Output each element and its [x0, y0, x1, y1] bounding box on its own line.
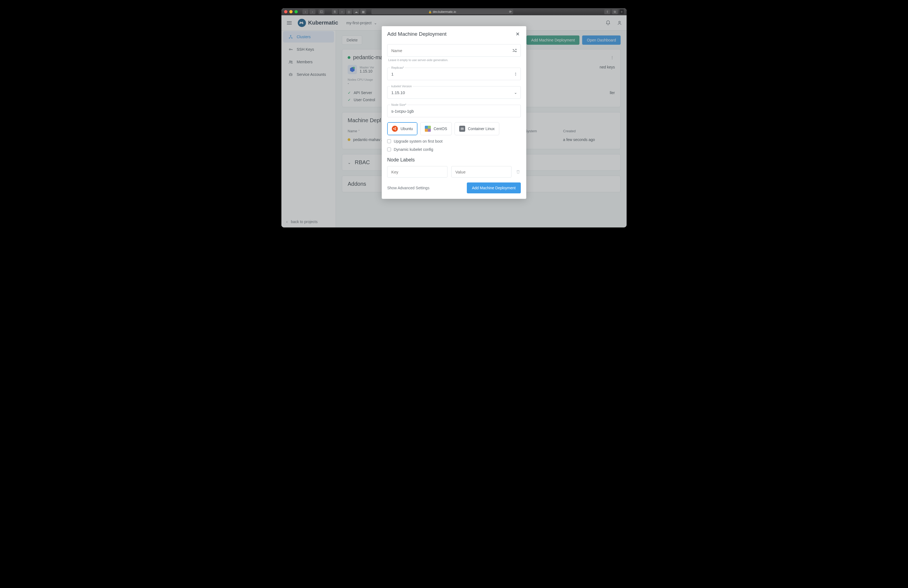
nav-back-button[interactable]: ‹ — [303, 9, 308, 14]
tabs-icon[interactable]: ⧉ — [612, 9, 618, 14]
url-bar[interactable]: 🔒 dev.kubermatic.io ⟳ — [371, 9, 513, 14]
svg-rect-21 — [463, 128, 463, 129]
label-value-field[interactable] — [451, 166, 512, 177]
svg-point-16 — [395, 127, 396, 128]
svg-rect-19 — [461, 128, 462, 129]
ext-icon-4[interactable]: ☁ — [353, 9, 359, 14]
minimize-window-icon[interactable] — [289, 10, 293, 13]
kubelet-version-select[interactable] — [391, 87, 514, 98]
svg-rect-0 — [320, 11, 323, 13]
modal-overlay[interactable]: Add Machine Deployment ✕ Leave it empty … — [282, 15, 626, 227]
ext-icon-5[interactable]: ▦ — [360, 9, 366, 14]
show-advanced-link[interactable]: Show Advanced Settings — [387, 186, 430, 190]
replicas-field[interactable]: Replicas* ▲▼ — [387, 68, 521, 80]
ext-icon-2[interactable]: ○ — [339, 9, 345, 14]
url-text: dev.kubermatic.io — [433, 10, 456, 13]
checkbox-icon — [387, 139, 391, 143]
node-label-row — [387, 166, 521, 177]
sidebar-toggle-button[interactable] — [319, 9, 325, 14]
lock-icon: 🔒 — [428, 10, 431, 13]
maximize-window-icon[interactable] — [295, 10, 298, 13]
name-field[interactable] — [387, 44, 521, 57]
svg-point-15 — [393, 129, 394, 129]
name-input[interactable] — [391, 45, 512, 56]
ext-icon-3[interactable]: ◎ — [346, 9, 352, 14]
replicas-label: Replicas* — [390, 66, 405, 69]
submit-add-md-button[interactable]: Add Machine Deployment — [467, 182, 521, 193]
kubelet-version-field[interactable]: kubelet Version ⌄ — [387, 86, 521, 99]
label-value-input[interactable] — [455, 166, 508, 177]
os-label: Container Linux — [468, 127, 494, 131]
os-label: Ubuntu — [401, 127, 413, 131]
reload-icon[interactable]: ⟳ — [509, 10, 512, 14]
traffic-lights[interactable] — [284, 10, 298, 13]
checkbox-label: Dynamic kubelet config — [394, 147, 433, 151]
close-window-icon[interactable] — [284, 10, 287, 13]
centos-icon — [425, 126, 431, 132]
nav-forward-button[interactable]: › — [309, 9, 316, 14]
chevron-down-icon: ⌄ — [514, 90, 517, 95]
trash-icon[interactable] — [515, 169, 521, 174]
ext-icon-1[interactable]: B — [332, 9, 338, 14]
os-option-containerlinux[interactable]: Container Linux — [454, 122, 499, 135]
label-key-input[interactable] — [391, 166, 444, 177]
nodesize-label: Node Size* — [390, 103, 407, 106]
close-icon[interactable]: ✕ — [515, 30, 521, 38]
ubuntu-icon — [392, 126, 398, 132]
replicas-input[interactable] — [391, 68, 514, 80]
kubelet-label: kubelet Version — [390, 85, 413, 88]
node-size-field[interactable]: Node Size* — [387, 105, 521, 117]
checkbox-label: Upgrade system on first boot — [394, 139, 443, 143]
node-size-input[interactable] — [391, 105, 517, 117]
browser-window: ‹ › B ○ ◎ ☁ ▦ 🔒 dev.kubermatic.io ⟳ ⇪ ⧉ — [282, 8, 626, 227]
mac-titlebar: ‹ › B ○ ◎ ☁ ▦ 🔒 dev.kubermatic.io ⟳ ⇪ ⧉ — [282, 8, 626, 15]
os-selector: Ubuntu CentOS Container Linux — [387, 122, 521, 135]
number-stepper[interactable]: ▲▼ — [514, 71, 517, 77]
svg-point-17 — [395, 130, 396, 130]
new-tab-button[interactable]: + — [620, 9, 624, 14]
svg-point-14 — [394, 128, 396, 130]
checkbox-icon — [387, 148, 391, 151]
add-md-modal: Add Machine Deployment ✕ Leave it empty … — [382, 26, 526, 199]
modal-title: Add Machine Deployment — [387, 31, 515, 37]
shuffle-icon[interactable] — [512, 48, 517, 53]
share-icon[interactable]: ⇪ — [604, 9, 610, 14]
coreos-icon — [459, 126, 465, 132]
os-option-ubuntu[interactable]: Ubuntu — [387, 122, 417, 135]
dynamic-kubelet-checkbox[interactable]: Dynamic kubelet config — [387, 147, 521, 151]
os-label: CentOS — [433, 127, 447, 131]
upgrade-on-boot-checkbox[interactable]: Upgrade system on first boot — [387, 139, 521, 143]
label-key-field[interactable] — [387, 166, 448, 177]
os-option-centos[interactable]: CentOS — [420, 122, 452, 135]
node-labels-title: Node Labels — [387, 157, 521, 163]
name-hint: Leave it empty to use server-side genera… — [388, 58, 520, 62]
